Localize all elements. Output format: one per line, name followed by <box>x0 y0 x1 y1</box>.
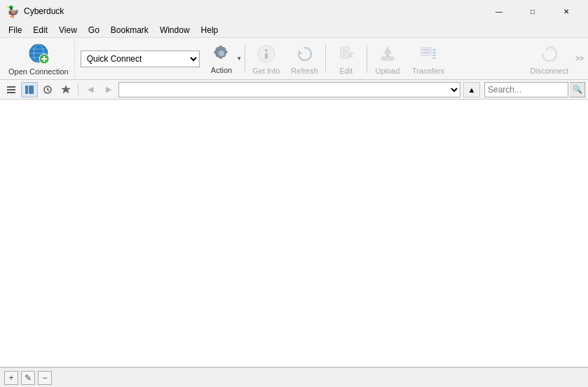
menu-edit[interactable]: Edit <box>27 22 53 38</box>
svg-marker-12 <box>299 50 303 54</box>
disconnect-icon <box>538 43 561 65</box>
quick-connect-area: Quick Connect <box>75 38 205 79</box>
transfers-icon <box>417 43 439 65</box>
more-button[interactable]: >> <box>574 45 585 73</box>
open-connection-button[interactable]: Open Connection <box>3 39 75 79</box>
toggle-view-button[interactable] <box>3 82 20 97</box>
svg-rect-34 <box>29 86 34 94</box>
disconnect-button[interactable]: Disconnect <box>525 39 574 79</box>
toolbar-separator-1 <box>245 45 245 73</box>
svg-point-8 <box>219 50 224 56</box>
action-dropdown-arrow[interactable]: ▼ <box>235 39 243 79</box>
info-icon <box>255 43 278 65</box>
get-info-button[interactable]: Get Info <box>247 39 285 79</box>
forward-button[interactable]: ▶ <box>100 82 117 97</box>
svg-rect-11 <box>265 53 268 59</box>
svg-rect-30 <box>7 86 15 88</box>
svg-rect-33 <box>25 86 28 94</box>
svg-rect-27 <box>432 55 436 56</box>
refresh-button[interactable]: Refresh <box>285 39 324 79</box>
svg-rect-24 <box>423 52 430 53</box>
edit-button[interactable]: Edit <box>327 39 365 79</box>
maximize-button[interactable]: □ <box>517 0 549 22</box>
search-input[interactable] <box>484 82 568 97</box>
back-button[interactable]: ◀ <box>82 82 99 97</box>
menu-help[interactable]: Help <box>196 22 224 38</box>
svg-rect-25 <box>432 49 436 50</box>
action-button-group[interactable]: Action ▼ <box>205 39 244 79</box>
svg-rect-22 <box>421 48 431 55</box>
nav-separator <box>78 83 78 96</box>
main-content <box>0 100 588 367</box>
svg-point-10 <box>265 49 268 52</box>
add-bookmark-button[interactable]: + <box>4 371 18 385</box>
menu-bookmark[interactable]: Bookmark <box>105 22 154 38</box>
go-up-button[interactable]: ▲ <box>463 82 480 97</box>
edit-bookmark-button[interactable]: ✎ <box>21 371 35 385</box>
svg-rect-31 <box>7 89 15 90</box>
refresh-label: Refresh <box>291 67 318 75</box>
upload-icon <box>376 43 399 65</box>
svg-marker-21 <box>384 47 391 57</box>
toolbar-separator-3 <box>367 45 367 73</box>
menu-view[interactable]: View <box>53 22 83 38</box>
history-button[interactable] <box>39 82 56 97</box>
bookmarks-button[interactable] <box>57 82 74 97</box>
action-label: Action <box>211 66 233 74</box>
column-view-button[interactable] <box>21 82 38 97</box>
svg-rect-32 <box>7 92 15 93</box>
gear-icon <box>212 43 231 64</box>
remove-bookmark-button[interactable]: − <box>38 371 52 385</box>
app-title: Cyberduck <box>24 6 64 16</box>
window-controls: — □ ✕ <box>483 0 582 22</box>
search-button[interactable]: 🔍 <box>570 82 585 97</box>
svg-rect-20 <box>383 58 385 60</box>
disconnect-label: Disconnect <box>531 67 568 75</box>
upload-button[interactable]: Upload <box>369 39 406 79</box>
menu-go[interactable]: Go <box>83 22 105 38</box>
svg-rect-28 <box>432 57 436 59</box>
quick-connect-dropdown[interactable]: Quick Connect <box>81 50 200 67</box>
menu-bar: File Edit View Go Bookmark Window Help <box>0 22 588 38</box>
svg-rect-26 <box>432 52 436 53</box>
refresh-icon <box>294 43 316 65</box>
action-button[interactable]: Action <box>205 39 235 79</box>
edit-icon <box>335 43 357 65</box>
transfers-button[interactable]: Transfers <box>406 39 450 79</box>
path-dropdown[interactable] <box>118 82 460 97</box>
upload-label: Upload <box>375 67 399 75</box>
menu-window[interactable]: Window <box>154 22 196 38</box>
get-info-label: Get Info <box>252 67 280 75</box>
toolbar: Open Connection Quick Connect Action ▼ <box>0 38 588 80</box>
edit-label: Edit <box>339 67 353 75</box>
close-button[interactable]: ✕ <box>550 0 582 22</box>
globe-icon <box>27 42 50 66</box>
nav-bar: ◀ ▶ ▲ 🔍 <box>0 80 588 100</box>
transfers-label: Transfers <box>412 67 444 75</box>
svg-rect-23 <box>423 49 430 50</box>
svg-marker-29 <box>545 47 549 51</box>
status-bar: + ✎ − <box>0 367 588 387</box>
open-connection-label: Open Connection <box>8 67 69 76</box>
app-icon: 🦆 <box>6 5 20 18</box>
minimize-button[interactable]: — <box>483 0 515 22</box>
title-bar: 🦆 Cyberduck — □ ✕ <box>0 0 588 22</box>
menu-file[interactable]: File <box>3 22 27 38</box>
toolbar-separator-2 <box>325 45 326 73</box>
